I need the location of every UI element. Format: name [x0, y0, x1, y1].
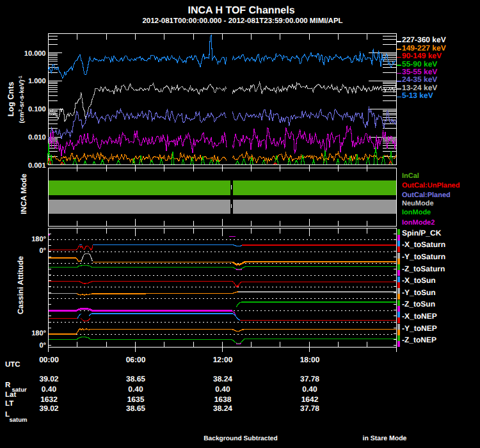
- svg-text:Lat: Lat: [5, 391, 16, 399]
- svg-text:-X_toSaturn: -X_toSaturn: [402, 240, 445, 249]
- svg-text:1635: 1635: [127, 395, 145, 404]
- svg-text:1642: 1642: [301, 395, 319, 404]
- svg-text:0°: 0°: [39, 247, 46, 255]
- svg-text:1632: 1632: [40, 395, 58, 404]
- svg-text:-Z_toSaturn: -Z_toSaturn: [402, 264, 445, 273]
- svg-text:0.010: 0.010: [28, 134, 46, 141]
- svg-text:00:00: 00:00: [39, 355, 59, 364]
- svg-text:37.78: 37.78: [300, 374, 319, 383]
- svg-text:INCA H TOF Channels: INCA H TOF Channels: [188, 5, 294, 16]
- svg-text:(cm2-sr-s-keV)-1: (cm2-sr-s-keV)-1: [19, 76, 26, 123]
- svg-text:2012-081T00:00:00.000 - 2012-0: 2012-081T00:00:00.000 - 2012-081T23:59:0…: [142, 17, 342, 25]
- svg-text:1638: 1638: [214, 395, 232, 404]
- svg-text:180°: 180°: [31, 236, 46, 243]
- svg-text:IonMode: IonMode: [402, 209, 431, 216]
- svg-text:INCA Mode: INCA Mode: [19, 173, 28, 214]
- svg-text:39.02: 39.02: [39, 404, 58, 413]
- svg-text:38.24: 38.24: [213, 404, 232, 413]
- svg-text:-Z_toSun: -Z_toSun: [402, 300, 435, 308]
- svg-text:12:00: 12:00: [213, 355, 233, 364]
- svg-text:OutCal:UnPlaned: OutCal:UnPlaned: [402, 182, 460, 189]
- svg-text:InCal: InCal: [402, 172, 419, 180]
- svg-text:0.100: 0.100: [28, 106, 46, 113]
- svg-text:0.40: 0.40: [42, 385, 57, 394]
- svg-text:-Z_toNEP: -Z_toNEP: [402, 335, 436, 344]
- svg-text:06:00: 06:00: [126, 355, 146, 364]
- svg-text:0.40: 0.40: [302, 385, 317, 394]
- svg-text:38.24: 38.24: [213, 374, 232, 383]
- svg-text:Log Cnts: Log Cnts: [6, 82, 15, 116]
- svg-text:LT: LT: [5, 400, 13, 408]
- svg-text:-X_toSun: -X_toSun: [402, 276, 436, 285]
- svg-text:Background Subtracted: Background Subtracted: [204, 435, 277, 442]
- svg-text:0.40: 0.40: [128, 385, 143, 394]
- svg-text:-Y_toSaturn: -Y_toSaturn: [402, 252, 445, 261]
- svg-text:0.40: 0.40: [215, 385, 230, 394]
- svg-text:37.78: 37.78: [300, 404, 319, 413]
- svg-text:IonMode2: IonMode2: [402, 219, 435, 227]
- svg-text:5-13 keV: 5-13 keV: [402, 91, 433, 100]
- svg-text:-Y_toNEP: -Y_toNEP: [402, 324, 437, 333]
- svg-text:NeuMode: NeuMode: [402, 200, 434, 207]
- svg-text:0°: 0°: [39, 342, 46, 349]
- svg-text:180°: 180°: [31, 330, 46, 337]
- svg-text:satum: satum: [10, 417, 28, 424]
- svg-text:R: R: [5, 381, 11, 389]
- svg-text:OutCal:Planed: OutCal:Planed: [402, 191, 451, 199]
- svg-text:38.65: 38.65: [126, 404, 145, 413]
- svg-text:Cassini Attitude: Cassini Attitude: [16, 256, 25, 314]
- svg-text:10.000: 10.000: [24, 50, 46, 58]
- svg-text:-X_toNEP: -X_toNEP: [402, 312, 437, 321]
- svg-text:1.000: 1.000: [28, 77, 46, 85]
- svg-text:18:00: 18:00: [300, 355, 320, 364]
- svg-text:Spin/P_CK: Spin/P_CK: [402, 228, 442, 237]
- svg-text:39.02: 39.02: [39, 374, 58, 383]
- svg-text:0.001: 0.001: [28, 162, 46, 170]
- svg-text:in Stare Mode: in Stare Mode: [363, 435, 407, 442]
- svg-text:38.65: 38.65: [126, 374, 145, 383]
- svg-text:-Y_toSun: -Y_toSun: [402, 288, 436, 297]
- svg-text:UTC: UTC: [5, 361, 20, 369]
